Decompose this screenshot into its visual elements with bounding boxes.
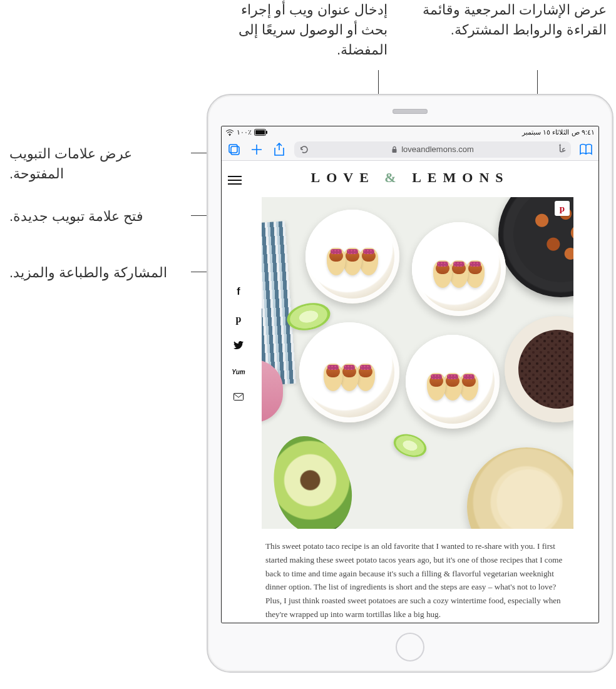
twitter-icon[interactable] — [234, 341, 244, 352]
bookmarks-button[interactable] — [578, 142, 593, 157]
lock-icon — [391, 146, 398, 153]
ipad-speaker — [393, 109, 428, 114]
lime-illustration — [391, 430, 429, 461]
callout-search: إدخال عنوان ويب أو إجراء بحث أو الوصول س… — [218, 0, 388, 60]
avocado-illustration — [262, 435, 349, 529]
reload-icon — [299, 145, 309, 155]
site-title-amp: & — [384, 170, 402, 185]
yum-icon[interactable]: Yum — [232, 369, 245, 375]
ipad-device: ٪١٠٠ ٩:٤١ ص الثلاثاء ١٥ سبتمبر — [207, 94, 613, 673]
callout-text: عرض الإشارات المرجعية وقائمة القراءة وال… — [423, 2, 607, 38]
callout-share: المشاركة والطباعة والمزيد. — [9, 263, 188, 283]
new-tab-button[interactable] — [249, 142, 264, 157]
share-icon — [273, 143, 285, 156]
callout-text: المشاركة والطباعة والمزيد. — [9, 265, 167, 280]
status-bar: ٪١٠٠ ٩:٤١ ص الثلاثاء ١٥ سبتمبر — [222, 126, 598, 138]
callout-bookmarks: عرض الإشارات المرجعية وقائمة القراءة وال… — [400, 0, 607, 40]
svg-rect-2 — [255, 130, 265, 135]
svg-rect-5 — [231, 146, 239, 155]
share-button[interactable] — [272, 142, 287, 157]
pinterest-icon: p — [560, 203, 565, 214]
url-bar[interactable]: loveandlemons.com عأ — [294, 141, 571, 158]
webpage-content: LOVE & LEMONS — [222, 161, 598, 623]
site-title: LOVE & LEMONS — [222, 161, 598, 192]
hero-image: p — [262, 197, 573, 529]
callout-text: عرض علامات التبويب المفتوحة. — [9, 146, 132, 181]
site-menu-button[interactable] — [228, 173, 242, 187]
beans-bowl-illustration — [505, 316, 573, 422]
taco-plate-illustration — [406, 335, 500, 429]
tabs-button[interactable] — [227, 142, 242, 157]
plus-icon — [250, 143, 264, 156]
tabs-icon — [227, 143, 241, 156]
taco-plate-illustration — [305, 210, 399, 304]
safari-toolbar: loveandlemons.com عأ — [222, 138, 598, 161]
url-text: loveandlemons.com — [401, 145, 474, 154]
status-time: ٩:٤١ ص — [572, 128, 595, 136]
svg-point-0 — [229, 135, 230, 136]
svg-rect-7 — [234, 394, 244, 401]
callout-text: فتح علامة تبويب جديدة. — [9, 208, 143, 224]
home-button[interactable] — [396, 633, 424, 661]
site-title-post: LEMONS — [412, 170, 509, 185]
social-share-list: f p Yum — [231, 286, 246, 403]
svg-rect-4 — [229, 145, 237, 153]
reader-toggle[interactable]: عأ — [559, 145, 566, 154]
ipad-screen: ٪١٠٠ ٩:٤١ ص الثلاثاء ١٥ سبتمبر — [222, 126, 598, 623]
pinterest-save-button[interactable]: p — [555, 201, 570, 216]
battery-pct: ٪١٠٠ — [237, 128, 252, 136]
mail-icon[interactable] — [234, 392, 244, 403]
book-icon — [579, 143, 593, 156]
svg-rect-6 — [393, 149, 397, 153]
reload-button[interactable] — [299, 145, 309, 155]
pinterest-icon[interactable]: p — [236, 314, 242, 325]
callout-text: إدخال عنوان ويب أو إجراء بحث أو الوصول س… — [239, 2, 388, 58]
status-date: الثلاثاء ١٥ سبتمبر — [522, 128, 569, 136]
callout-newtab: فتح علامة تبويب جديدة. — [9, 207, 188, 227]
callout-tabs: عرض علامات التبويب المفتوحة. — [9, 144, 188, 184]
battery-icon — [254, 129, 268, 136]
tortillas-illustration — [467, 447, 573, 529]
wifi-icon — [225, 130, 234, 136]
facebook-icon[interactable]: f — [237, 286, 240, 297]
taco-plate-illustration — [299, 322, 399, 422]
article-body: This sweet potato taco recipe is an old … — [265, 539, 571, 621]
napkin-illustration — [262, 221, 296, 386]
svg-rect-3 — [266, 131, 267, 134]
taco-plate-illustration — [412, 222, 506, 316]
site-title-pre: LOVE — [311, 170, 374, 185]
